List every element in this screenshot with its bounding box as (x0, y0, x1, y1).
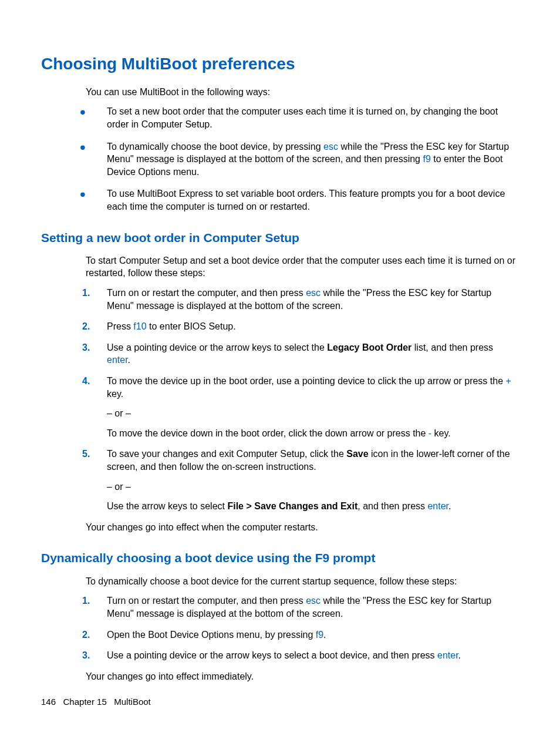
intro-text: You can use MultiBoot in the following w… (86, 86, 519, 99)
step-item: Press f10 to enter BIOS Setup. (86, 320, 519, 333)
step-item: Turn on or restart the computer, and the… (86, 287, 519, 312)
step-item: To move the device up in the boot order,… (86, 375, 519, 439)
text: key. (431, 428, 451, 438)
section-intro: To start Computer Setup and set a boot d… (86, 254, 519, 280)
text: To move the device up in the boot order,… (107, 376, 506, 386)
text: key. (107, 389, 123, 399)
section-closing: Your changes go into effect immediately. (86, 670, 519, 683)
text: Use the arrow keys to select File > Save… (107, 500, 519, 513)
step-item: Turn on or restart the computer, and the… (86, 594, 519, 620)
or-text: – or – (107, 407, 519, 420)
section-heading: Dynamically choosing a boot device using… (41, 550, 519, 566)
text: . (128, 355, 130, 365)
text: To dynamically choose the boot device, b… (107, 142, 323, 152)
text: list, and then press (411, 342, 493, 352)
step-item: Use a pointing device or the arrow keys … (86, 649, 519, 662)
text: To set a new boot order that the compute… (107, 106, 498, 129)
section-closing: Your changes go into effect when the com… (86, 521, 519, 534)
text: Press (107, 321, 133, 331)
text: Use the arrow keys to select (107, 501, 227, 511)
key-plus: + (506, 376, 511, 386)
bold-text: Save (346, 449, 368, 459)
bullet-item: To dynamically choose the boot device, b… (86, 140, 519, 179)
key-f10: f10 (133, 321, 146, 331)
key-enter: enter (437, 650, 458, 660)
text: Open the Boot Device Options menu, by pr… (107, 630, 316, 640)
key-enter: enter (107, 355, 128, 365)
page-title: Choosing MultiBoot preferences (41, 53, 519, 75)
text: to enter BIOS Setup. (147, 321, 236, 331)
key-enter: enter (427, 501, 448, 511)
step-item: To save your changes and exit Computer S… (86, 448, 519, 512)
text: To save your changes and exit Computer S… (107, 449, 346, 459)
key-esc: esc (306, 288, 321, 298)
chapter-label: Chapter 15 MultiBoot (56, 697, 151, 707)
text: To use MultiBoot Express to set variable… (107, 189, 505, 211)
text: To move the device down in the boot orde… (107, 427, 519, 440)
text: Use a pointing device or the arrow keys … (107, 342, 327, 352)
text: Turn on or restart the computer, and the… (107, 596, 306, 606)
bullet-item: To use MultiBoot Express to set variable… (86, 187, 519, 213)
or-text: – or – (107, 480, 519, 493)
text: . (323, 630, 326, 640)
key-f9: f9 (423, 154, 430, 164)
text: Use a pointing device or the arrow keys … (107, 650, 437, 660)
step-item: Use a pointing device or the arrow keys … (86, 341, 519, 367)
step-item: Open the Boot Device Options menu, by pr… (86, 629, 519, 641)
page-number: 146 (41, 697, 56, 707)
bullet-item: To set a new boot order that the compute… (86, 105, 519, 130)
text: , and then press (357, 501, 427, 511)
text: . (458, 650, 461, 660)
bold-text: File > Save Changes and Exit (227, 501, 357, 511)
text: To move the device down in the boot orde… (107, 428, 429, 438)
section-heading: Setting a new boot order in Computer Set… (41, 230, 519, 246)
key-esc: esc (306, 596, 321, 606)
bold-text: Legacy Boot Order (327, 342, 411, 352)
text: Turn on or restart the computer, and the… (107, 288, 306, 298)
key-esc: esc (323, 142, 338, 152)
section-intro: To dynamically choose a boot device for … (86, 575, 519, 588)
page-footer: 146 Chapter 15 MultiBoot (41, 696, 151, 708)
text: . (448, 501, 451, 511)
key-f9: f9 (316, 630, 323, 640)
